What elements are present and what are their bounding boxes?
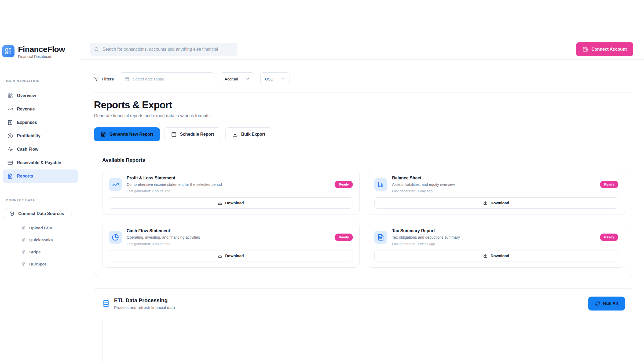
wallet-icon (583, 47, 588, 52)
funnel-icon (94, 76, 99, 81)
reports-grid: Profit & Loss Statement Comprehensive in… (102, 170, 625, 268)
package-icon (22, 262, 25, 266)
source-item-hubspot[interactable]: HubSpot (11, 258, 78, 270)
source-item-label: QuickBooks (29, 238, 53, 242)
sidebar-item-reports[interactable]: Reports (3, 169, 78, 183)
sidebar-item-receivable-payable[interactable]: Receivable & Payable (3, 156, 78, 169)
connect-data-title: CONNECT DATA (3, 198, 78, 202)
file-text-icon (8, 173, 13, 179)
report-title: Cash Flow Statement (127, 228, 330, 233)
chevron-down-icon (238, 77, 250, 81)
refresh-icon (595, 301, 600, 306)
activity-icon (8, 147, 13, 152)
search-input[interactable] (103, 47, 233, 52)
content: Filters Select date range Accrual USD Re… (81, 60, 644, 362)
main-nav-title: MAIN NAVIGATION (3, 79, 78, 83)
receipt-icon (8, 120, 13, 125)
currency-value: USD (265, 77, 273, 81)
download-button[interactable]: Download (109, 250, 353, 261)
chevron-down-icon (273, 77, 285, 81)
app-root: FinanceFlow Financial Dashboard MAIN NAV… (0, 39, 644, 362)
brand-tagline: Financial Dashboard (18, 54, 65, 59)
source-item-label: Upload CSV (29, 226, 52, 230)
report-card-profit-loss: Profit & Loss Statement Comprehensive in… (102, 170, 360, 215)
download-button[interactable]: Download (109, 197, 353, 209)
brand-name: FinanceFlow (18, 45, 65, 54)
brand-logo (2, 45, 14, 57)
source-item-label: HubSpot (29, 262, 46, 266)
calendar-icon (125, 76, 129, 81)
bar-chart-icon (374, 178, 387, 191)
source-item-stripe[interactable]: Stripe (11, 246, 78, 258)
layout-dashboard-icon (8, 93, 13, 98)
filters-bar: Filters Select date range Accrual USD (94, 72, 633, 93)
sidebar-item-label: Reports (17, 174, 33, 179)
package-icon (22, 226, 25, 230)
available-reports-title: Available Reports (102, 157, 625, 163)
package-icon (9, 211, 14, 216)
status-badge: Ready (600, 181, 618, 188)
connect-data-sources-label: Connect Data Sources (18, 211, 64, 216)
etl-jobs-container (102, 318, 625, 362)
file-text-icon (101, 132, 106, 137)
sidebar-item-label: Overview (17, 93, 36, 98)
report-description: Tax obligations and deductions summary (392, 235, 595, 239)
sidebar-item-profitability[interactable]: Profitability (3, 129, 78, 143)
download-button[interactable]: Download (374, 250, 618, 261)
package-icon (22, 238, 25, 242)
trending-up-icon (8, 106, 13, 112)
calendar-icon (171, 132, 177, 137)
brand-block: FinanceFlow Financial Dashboard (0, 39, 81, 66)
etl-title: ETL Data Processing (114, 297, 175, 304)
sidebar-item-label: Revenue (17, 107, 35, 112)
date-range-picker[interactable]: Select date range (120, 72, 214, 85)
connect-account-button[interactable]: Connect Account (576, 42, 633, 56)
report-title: Balance Sheet (392, 176, 595, 180)
etl-panel: ETL Data Processing Process and refresh … (94, 288, 633, 362)
package-icon (22, 250, 25, 254)
database-icon (102, 300, 110, 307)
download-icon (483, 254, 488, 258)
sidebar-item-overview[interactable]: Overview (3, 89, 78, 102)
report-card-tax-summary: Tax Summary Report Tax obligations and d… (368, 223, 625, 268)
report-description: Assets, liabilities, and equity overview (392, 182, 595, 187)
main-navigation: MAIN NAVIGATION Overview Revenue Expense… (0, 66, 81, 183)
report-last-generated: Last generated: 3 hours ago (127, 242, 330, 246)
filters-label: Filters (94, 76, 114, 81)
connect-data-sources-button[interactable]: Connect Data Sources (3, 208, 72, 219)
global-search (90, 43, 237, 56)
report-title: Profit & Loss Statement (127, 176, 330, 180)
currency-select[interactable]: USD (260, 72, 290, 85)
sidebar-item-revenue[interactable]: Revenue (3, 102, 78, 116)
report-card-cash-flow: Cash Flow Statement Operating, investing… (102, 223, 360, 268)
search-icon (94, 47, 99, 52)
schedule-report-button[interactable]: Schedule Report (164, 127, 221, 141)
source-item-upload-csv[interactable]: Upload CSV (11, 222, 78, 234)
sidebar-item-cash-flow[interactable]: Cash Flow (3, 143, 78, 156)
bulk-export-button[interactable]: Bulk Export (225, 127, 272, 141)
report-description: Operating, investing, and financing acti… (127, 235, 330, 239)
report-last-generated: Last generated: 2 hours ago (127, 189, 330, 193)
source-item-label: Stripe (29, 250, 41, 254)
download-button[interactable]: Download (374, 197, 618, 209)
report-title: Tax Summary Report (392, 228, 595, 233)
report-card-balance-sheet: Balance Sheet Assets, liabilities, and e… (368, 170, 625, 215)
credit-card-icon (8, 160, 13, 165)
report-last-generated: Last generated: 1 week ago (392, 242, 595, 246)
topbar: Connect Account (81, 39, 644, 60)
etl-subtitle: Process and refresh financial data (114, 305, 175, 310)
circle-dollar-icon (8, 133, 13, 139)
status-badge: Ready (335, 181, 353, 188)
generate-new-report-button[interactable]: Generate New Report (94, 127, 160, 141)
sidebar-item-label: Expenses (17, 120, 37, 125)
connect-data-section: CONNECT DATA Connect Data Sources Upload… (0, 183, 81, 270)
report-description: Comprehensive income statement for the s… (127, 182, 330, 187)
sidebar-item-label: Cash Flow (17, 147, 38, 152)
accounting-method-select[interactable]: Accrual (220, 72, 254, 85)
run-all-button[interactable]: Run All (588, 297, 625, 311)
report-last-generated: Last generated: 1 day ago (392, 189, 595, 193)
sidebar-item-expenses[interactable]: Expenses (3, 116, 78, 129)
dashboard-grid-icon (5, 48, 12, 55)
report-actions: Generate New Report Schedule Report Bulk… (94, 127, 633, 141)
source-item-quickbooks[interactable]: QuickBooks (11, 234, 78, 246)
